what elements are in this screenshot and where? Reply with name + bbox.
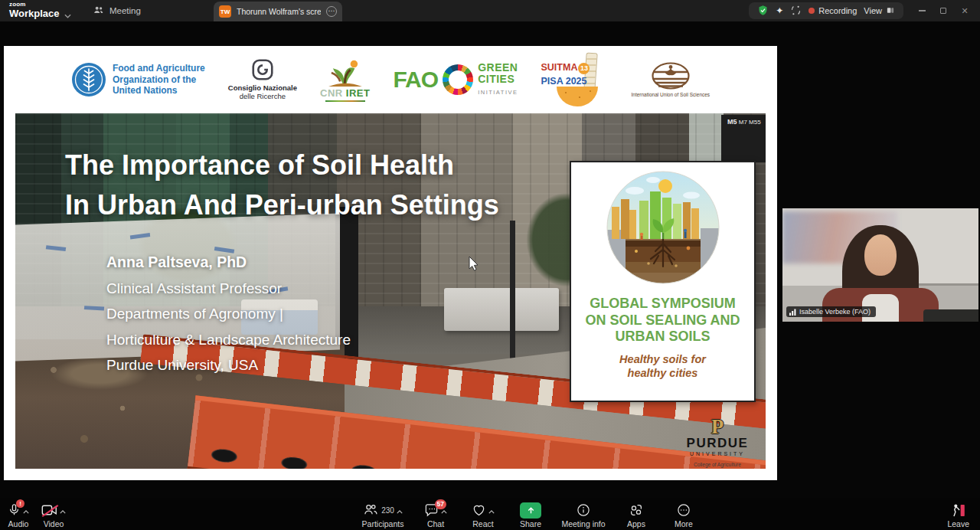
cnr-monogram-icon: [252, 59, 273, 80]
author-line: Departments of Agronomy |: [106, 301, 351, 327]
iuss-text: International Union of Soil Sciences: [632, 92, 710, 97]
fao-text-line: United Nations: [113, 85, 178, 96]
video-laptop: [923, 309, 978, 322]
fao-green-cities-logo: FAO GREEN CITIES INITIATIVE: [393, 62, 518, 98]
fao-text-line: Organization of the: [113, 74, 196, 85]
poster-subtitle: Healthy soils for healthy cities: [571, 352, 754, 380]
share-button[interactable]: Share: [507, 499, 554, 529]
author-line: Horticulture & Landscape Architecture: [106, 327, 351, 353]
iret-tree-icon: [328, 58, 363, 87]
participants-icon: [363, 503, 378, 518]
maximize-button[interactable]: [933, 1, 954, 21]
author-line: Purdue University, USA: [106, 352, 351, 378]
meeting-people-icon: [93, 5, 104, 16]
video-button[interactable]: Video: [41, 499, 66, 529]
tab-shared-screen[interactable]: TW Thorunn Wolfram's screen ⋯: [214, 2, 342, 21]
green-cities-text-line: GREEN: [478, 61, 518, 74]
iuss-emblem-icon: [652, 62, 690, 90]
suitma-name-text: SUITMA: [541, 62, 578, 73]
chat-button[interactable]: 57 Chat: [412, 499, 459, 529]
sdg-wheel-icon: [443, 64, 473, 95]
purdue-logo: P PURDUE UNIVERSITY College of Agricultu…: [675, 417, 760, 467]
apps-button[interactable]: Apps: [612, 499, 660, 529]
participants-chevron-icon[interactable]: [397, 506, 403, 515]
cnr-text-line: Consiglio Nazionale: [228, 83, 297, 92]
green-cities-initiative-text: INITIATIVE: [478, 89, 518, 96]
participants-label: Participants: [362, 519, 404, 529]
share-label: Share: [520, 519, 541, 529]
cnr-text-line: delle Ricerche: [240, 92, 286, 100]
author-name: Anna Paltseva, PhD: [106, 250, 351, 276]
meeting-info-button[interactable]: Meeting info: [554, 499, 612, 529]
cnr-iret-logo: CNR IRET: [320, 58, 370, 102]
leave-label: Leave: [947, 519, 969, 529]
participant-name-tag: Isabelle Verbeke (FAO): [786, 306, 876, 317]
close-button[interactable]: ✕: [954, 1, 975, 21]
recording-label: Recording: [818, 6, 857, 15]
purdue-p-icon: P: [675, 417, 760, 437]
window-controls: ✕: [911, 1, 975, 21]
zoom-wordmark: zoom: [9, 2, 60, 8]
video-participant-face: [864, 234, 897, 276]
view-button[interactable]: View: [864, 6, 895, 16]
iret-color-bar: [325, 100, 365, 102]
iuss-logo: International Union of Soil Sciences: [632, 62, 710, 97]
more-button[interactable]: More: [660, 499, 707, 529]
recording-dot-icon: [808, 8, 815, 14]
view-label: View: [864, 6, 882, 15]
green-cities-fao-text: FAO: [393, 67, 438, 93]
screen-share-avatar: TW: [219, 5, 231, 18]
react-label: React: [472, 519, 493, 529]
suitma-soil-icon: [557, 87, 598, 106]
slide-author-block: Anna Paltseva, PhD Clinical Assistant Pr…: [106, 250, 351, 378]
heart-icon: [472, 503, 486, 518]
meeting-tab-label: Meeting: [109, 6, 141, 15]
ai-companion-icon[interactable]: ✦: [776, 6, 783, 15]
cnr-logo: Consiglio Nazionale delle Ricerche: [228, 59, 297, 100]
tab-options-icon[interactable]: ⋯: [326, 6, 337, 17]
suitma-pisa-logo: SUITMA13 PISA 2025: [541, 53, 609, 106]
workplace-menu-chevron-icon[interactable]: [64, 8, 71, 21]
fao-logo: Food and Agriculture Organization of the…: [71, 62, 205, 97]
video-options-chevron-icon[interactable]: [60, 506, 66, 515]
mouse-cursor: [469, 256, 479, 274]
iret-cnr-text: CNR: [320, 87, 343, 99]
info-icon: [577, 503, 590, 519]
chat-icon: 57: [424, 503, 439, 519]
shared-screen-slide: Food and Agriculture Organization of the…: [4, 46, 777, 480]
more-ellipsis-icon: [677, 503, 691, 519]
workplace-wordmark: Workplace: [9, 8, 60, 18]
shared-screen-tab-label: Thorunn Wolfram's screen: [237, 7, 321, 16]
react-button[interactable]: React: [459, 499, 507, 529]
camera-off-icon: [41, 504, 57, 518]
green-cities-text-line: CITIES: [478, 73, 514, 85]
microphone-icon: !: [8, 502, 21, 519]
share-screen-icon: [520, 502, 541, 519]
apps-icon: [629, 503, 643, 519]
leave-button[interactable]: Leave: [947, 499, 969, 529]
leave-door-icon: [951, 503, 965, 519]
slide-title: The Importance of Soil Health In Urban A…: [65, 146, 499, 225]
symposium-circle-illustration: [606, 170, 720, 285]
participant-video-tile[interactable]: Isabelle Verbeke (FAO): [782, 208, 978, 322]
meeting-stage: Food and Agriculture Organization of the…: [0, 21, 980, 498]
switch-view-icon[interactable]: [790, 5, 802, 18]
audio-button[interactable]: ! Audio: [8, 499, 29, 529]
window-titlebar: zoom Workplace Meeting TW Thorunn Wolfra…: [0, 0, 980, 21]
zoom-workplace-logo: zoom Workplace: [9, 2, 60, 18]
audio-label: Audio: [8, 519, 29, 529]
minimize-button[interactable]: [911, 1, 933, 21]
chat-unread-badge: 57: [435, 499, 446, 509]
react-chevron-icon[interactable]: [488, 506, 495, 515]
iret-iret-text: IRET: [346, 87, 371, 99]
meeting-info-label: Meeting info: [561, 519, 605, 529]
audio-alert-badge: !: [16, 499, 24, 508]
poster-title: GLOBAL SYMPOSIUM ON SOIL SEALING AND URB…: [571, 296, 754, 345]
slide-background-photo: M5 M7 M55 The Importance of Soil Health: [15, 113, 766, 469]
security-shield-icon[interactable]: [757, 5, 769, 18]
recording-indicator[interactable]: Recording: [808, 6, 857, 15]
participant-name-label: Isabelle Verbeke (FAO): [799, 308, 871, 316]
tab-meeting[interactable]: Meeting: [87, 0, 147, 21]
audio-options-chevron-icon[interactable]: [23, 506, 29, 515]
participants-button[interactable]: 230 Participants: [354, 499, 412, 529]
